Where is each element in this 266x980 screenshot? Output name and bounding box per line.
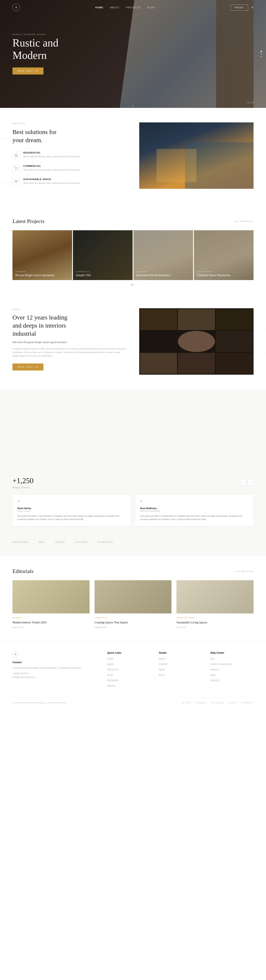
footer-quick-links-title: Quick Links bbox=[107, 651, 151, 654]
footer-studio-blog[interactable]: BLOG bbox=[159, 674, 165, 676]
project-card-1[interactable]: INTERIOR Brossia Heigh Luxury Apartment bbox=[13, 230, 72, 280]
partner-1: RICK MAYES bbox=[13, 541, 29, 543]
testimonials-header: +1,250 Happy Clients ‹ › bbox=[13, 476, 253, 489]
footer-link-pinterest[interactable]: PINTEREST bbox=[107, 679, 119, 682]
testimonials-prev-btn[interactable]: ‹ bbox=[240, 480, 246, 485]
hero-studio-label: NORDIC INTERIOR STUDIO bbox=[13, 33, 58, 35]
footer-help-terms[interactable]: TERM & CONDITIONS bbox=[210, 663, 232, 665]
projects-grid: INTERIOR Brossia Heigh Luxury Apartment … bbox=[13, 230, 253, 280]
services-label: SERVICES bbox=[13, 123, 127, 124]
footer-help-privacy[interactable]: PRIVACY bbox=[210, 669, 219, 671]
about-cta-btn[interactable]: MORE ABOUT US bbox=[13, 363, 43, 371]
projects-section-title: Latest Projects bbox=[13, 218, 45, 224]
social-instagram[interactable]: INSTAGRAM bbox=[211, 702, 224, 704]
gallery-cell-1 bbox=[140, 309, 177, 330]
social-facebook[interactable]: FACEBOOK bbox=[195, 702, 207, 704]
testimonial-2-name: Ryan Batthulyo bbox=[140, 507, 248, 509]
editorial-2-image bbox=[95, 580, 171, 613]
testimonial-2-quote: " bbox=[140, 500, 248, 505]
social-tumblr[interactable]: TUMBLR bbox=[228, 702, 237, 704]
footer-quick-links-col: Quick Links HOME ABOUT PROJECTS BLOG PIN… bbox=[107, 651, 151, 689]
footer-help-col: Help Center FAQ TERM & CONDITIONS PRIVAC… bbox=[210, 651, 253, 689]
service-commercial-desc: We provide all materials, labor, equip-m… bbox=[23, 168, 81, 171]
nav-home[interactable]: HOME bbox=[95, 6, 103, 9]
slide-dot-1[interactable] bbox=[261, 51, 262, 52]
services-image-container bbox=[139, 123, 253, 191]
testimonial-1-text: Duis aute irure dolor in reprehenderit i… bbox=[18, 514, 126, 521]
hero-content: NORDIC INTERIOR STUDIO Rustic and Modern… bbox=[13, 33, 58, 75]
testimonials-next-btn[interactable]: › bbox=[248, 480, 253, 485]
footer-logo: R bbox=[13, 651, 19, 658]
editorial-card-3[interactable]: ARCHITECTURE Sustainable Living Spaces M… bbox=[176, 580, 253, 628]
editorials-grid: DESIGN Modern Interior Trends 2024 Janua… bbox=[13, 580, 253, 628]
footer-studio-news[interactable]: NEWS bbox=[159, 669, 165, 671]
nav-pages-btn[interactable]: PAGES bbox=[230, 5, 248, 11]
editorial-card-1[interactable]: DESIGN Modern Interior Trends 2024 Janua… bbox=[13, 580, 90, 628]
project-3-category: OUTDOOR bbox=[136, 271, 171, 273]
editorial-card-2[interactable]: LIFESTYLE Creating Spaces That Inspire F… bbox=[95, 580, 171, 628]
project-card-4[interactable]: URBAN DESIGN Chobham Manor Masterplan bbox=[194, 230, 253, 280]
projects-all-link[interactable]: ALL PROJECTS bbox=[235, 220, 253, 223]
footer-top: R Contact 1234 DESIGN BOULEVARD CREATE A… bbox=[13, 651, 253, 689]
testimonial-1-name: Buba Hanley bbox=[18, 507, 126, 509]
footer-studio-contact[interactable]: CONTACT bbox=[159, 663, 169, 665]
service-sustainable-desc: We provide all materials, labor, equip-m… bbox=[23, 181, 81, 185]
footer-link-blog[interactable]: BLOG bbox=[107, 674, 113, 676]
footer-address: 1234 DESIGN BOULEVARD CREATE AVENUE, CA … bbox=[13, 667, 99, 670]
project-card-3[interactable]: OUTDOOR Innovation Private Residence bbox=[133, 230, 193, 280]
social-pinterest[interactable]: PINTEREST bbox=[241, 702, 253, 704]
nav-menu-icon[interactable]: ≡ bbox=[252, 5, 253, 10]
footer-studio-about[interactable]: ABOUT bbox=[159, 658, 166, 660]
nav-projects[interactable]: PROJECTS bbox=[126, 6, 141, 9]
slide-dot-3[interactable] bbox=[261, 56, 262, 57]
footer-link-projects[interactable]: PROJECTS bbox=[107, 669, 118, 671]
services-title: Best solutions for your dream. bbox=[13, 128, 127, 144]
nav-links: HOME ABOUT PROJECTS BLOG bbox=[95, 6, 155, 9]
projects-header: Latest Projects ALL PROJECTS bbox=[13, 218, 253, 224]
footer-help-help[interactable]: HELP bbox=[210, 674, 216, 676]
social-twitter[interactable]: TWITTER bbox=[181, 702, 191, 704]
service-sustainable-info: SUSTAINABLE SPACE We provide all materia… bbox=[23, 178, 81, 185]
hero-slide-counter: 01 / 03 bbox=[247, 102, 253, 104]
testimonial-1-role: Interior & Space bbox=[18, 510, 126, 512]
project-4-name: Chobham Manor Masterplan bbox=[197, 274, 231, 277]
about-image-container bbox=[139, 308, 253, 375]
about-label: ABOUT bbox=[13, 308, 127, 310]
project-card-2[interactable]: COMMERCIAL Sample Villa bbox=[73, 230, 133, 280]
services-room-img bbox=[139, 123, 253, 189]
projects-dot-2[interactable] bbox=[134, 284, 135, 285]
navbar: R HOME ABOUT PROJECTS BLOG PAGES ≡ bbox=[0, 0, 266, 15]
projects-dot-1[interactable] bbox=[131, 284, 132, 285]
editorial-2-title: Creating Spaces That Inspire bbox=[95, 620, 171, 625]
editorial-3-image bbox=[176, 580, 253, 613]
about-description: Founded by Robert Harvey in 2009, we've … bbox=[13, 347, 127, 358]
hero-cta-btn[interactable]: MORE ABOUT US bbox=[13, 67, 43, 75]
footer-link-home[interactable]: HOME bbox=[107, 658, 114, 660]
scroll-down-icon[interactable]: ∨ bbox=[132, 104, 134, 108]
editorial-3-category: ARCHITECTURE bbox=[176, 617, 253, 619]
testimonials-grid: " Buba Hanley Interior & Space Duis aute… bbox=[13, 495, 253, 526]
footer: R Contact 1234 DESIGN BOULEVARD CREATE A… bbox=[0, 641, 266, 710]
partner-5: floStudio bbox=[98, 541, 113, 543]
partner-4: Villates bbox=[75, 541, 88, 543]
services-section: SERVICES Best solutions for your dream. … bbox=[0, 108, 266, 206]
nav-blog[interactable]: BLOG bbox=[147, 6, 155, 9]
footer-link-about[interactable]: ABOUT bbox=[107, 663, 114, 665]
footer-help-faq[interactable]: FAQ bbox=[210, 658, 215, 660]
project-1-info: INTERIOR Brossia Heigh Luxury Apartment bbox=[15, 271, 54, 277]
slide-dot-2[interactable] bbox=[261, 53, 262, 54]
project-2-name: Sample Villa bbox=[76, 274, 91, 277]
footer-link-design[interactable]: DESIGN bbox=[107, 685, 115, 687]
projects-section: Latest Projects ALL PROJECTS INTERIOR Br… bbox=[0, 206, 266, 294]
nav-logo[interactable]: R bbox=[13, 4, 20, 11]
bg-circle-small-1 bbox=[21, 399, 62, 441]
editorials-all-link[interactable]: ALL ARTICLES bbox=[236, 570, 253, 572]
gallery-cell-3 bbox=[216, 309, 253, 330]
editorial-2-category: LIFESTYLE bbox=[95, 617, 171, 619]
footer-help-service[interactable]: SERVICE bbox=[210, 679, 220, 682]
projects-pagination bbox=[13, 284, 253, 285]
editorial-1-image bbox=[13, 580, 90, 613]
nav-about[interactable]: ABOUT bbox=[110, 6, 119, 9]
project-3-name: Innovation Private Residence bbox=[136, 274, 171, 277]
project-2-info: COMMERCIAL Sample Villa bbox=[76, 271, 91, 277]
